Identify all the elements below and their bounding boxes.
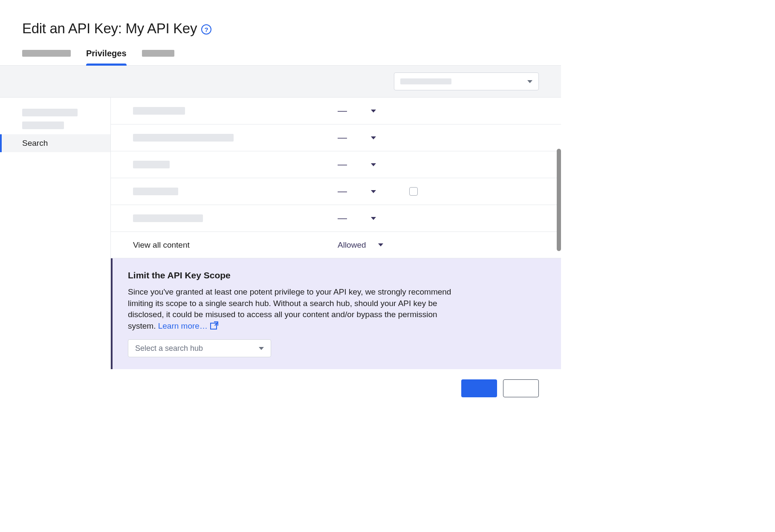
- privilege-value: —: [338, 186, 346, 197]
- tabs: Privileges: [0, 49, 561, 66]
- privilege-value-select[interactable]: —: [338, 105, 376, 116]
- tab-placeholder-2[interactable]: [142, 50, 174, 57]
- privilege-checkbox[interactable]: [409, 187, 418, 196]
- privilege-row: —: [111, 151, 561, 178]
- privileges-toolbar: [0, 66, 561, 98]
- privilege-value-select[interactable]: —: [338, 132, 376, 143]
- privilege-label-placeholder: [133, 188, 178, 195]
- chevron-down-icon: [378, 243, 383, 246]
- privilege-value-select[interactable]: —: [338, 159, 376, 170]
- chevron-down-icon: [527, 80, 532, 83]
- privilege-label-placeholder: [133, 107, 185, 115]
- scrollbar-thumb[interactable]: [557, 149, 561, 251]
- chevron-down-icon: [371, 110, 376, 113]
- privilege-label-placeholder: [133, 134, 234, 142]
- chevron-down-icon: [259, 347, 264, 350]
- privilege-value: Allowed: [338, 240, 366, 250]
- preset-select[interactable]: [394, 72, 539, 90]
- cancel-button[interactable]: [503, 379, 539, 397]
- learn-more-link[interactable]: Learn more…: [158, 321, 217, 332]
- privilege-value: —: [338, 159, 346, 170]
- external-link-icon: [210, 323, 217, 330]
- privileges-sidebar: Search: [0, 98, 111, 369]
- privilege-row: —: [111, 178, 561, 205]
- privilege-value: —: [338, 105, 346, 116]
- privilege-value: —: [338, 213, 346, 224]
- scope-warning-title: Limit the API Key Scope: [128, 270, 546, 280]
- privilege-label-placeholder: [133, 214, 203, 222]
- privilege-value-select[interactable]: —: [338, 186, 418, 197]
- privilege-row-view-all-content: View all content Allowed: [111, 232, 561, 258]
- preset-select-placeholder: [400, 78, 451, 84]
- chevron-down-icon: [371, 217, 376, 220]
- help-icon[interactable]: ?: [201, 24, 211, 35]
- privilege-value-select[interactable]: Allowed: [338, 240, 383, 250]
- save-button[interactable]: [461, 379, 497, 397]
- page-title: Edit an API Key: My API Key: [22, 20, 197, 37]
- scope-warning-panel: Limit the API Key Scope Since you've gra…: [111, 258, 561, 369]
- sidebar-item-placeholder-1[interactable]: [22, 109, 78, 116]
- privilege-label-placeholder: [133, 161, 170, 168]
- privilege-label: View all content: [133, 240, 190, 249]
- chevron-down-icon: [371, 136, 376, 139]
- tab-placeholder-1[interactable]: [22, 50, 71, 57]
- privilege-row: —: [111, 124, 561, 151]
- chevron-down-icon: [371, 190, 376, 193]
- chevron-down-icon: [371, 163, 376, 166]
- search-hub-select[interactable]: Select a search hub: [128, 339, 271, 357]
- privilege-row: —: [111, 98, 561, 124]
- sidebar-item-placeholder-2[interactable]: [22, 121, 64, 129]
- footer-actions: [0, 369, 561, 408]
- tab-privileges[interactable]: Privileges: [86, 49, 127, 65]
- privileges-panel: — — — —: [111, 98, 561, 369]
- learn-more-label: Learn more…: [158, 321, 208, 332]
- privilege-value-select[interactable]: —: [338, 213, 376, 224]
- scope-warning-body: Since you've granted at least one potent…: [128, 286, 452, 332]
- privilege-row: —: [111, 205, 561, 232]
- sidebar-item-search[interactable]: Search: [0, 134, 110, 152]
- search-hub-placeholder: Select a search hub: [135, 344, 203, 353]
- privilege-value: —: [338, 132, 346, 143]
